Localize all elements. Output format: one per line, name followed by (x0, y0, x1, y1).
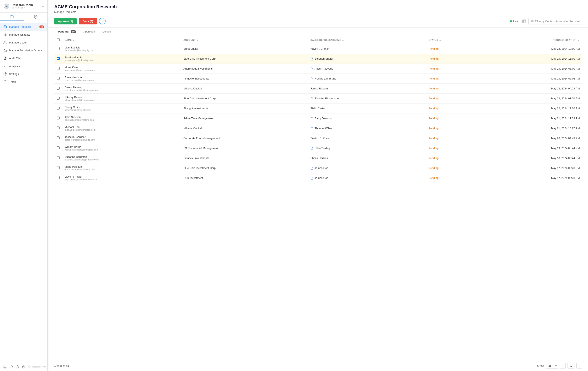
row-account: RCK Investment (181, 173, 308, 183)
sidebar-item-trash-label: Trash (9, 80, 16, 84)
row-requested-at: May 24, 2024 11:09 AM (480, 54, 582, 64)
sidebar-item-audit-trial[interactable]: Audit Trial (0, 54, 47, 62)
row-checkbox[interactable] (57, 97, 60, 100)
row-account: Pinnacle Investments (181, 153, 308, 163)
row-requested-at: May 23, 2024 04:23 PM (480, 84, 582, 94)
row-status: Pending (429, 117, 439, 120)
refresh-icon[interactable] (10, 365, 13, 369)
row-name: Ernest Heming (65, 86, 178, 89)
content-tabs: Pending 50 Approved Denied (48, 28, 588, 36)
row-checkbox[interactable] (57, 77, 60, 80)
row-email: william.harris@fscommercial.com (65, 148, 178, 151)
row-name: Nikolay Belous (65, 96, 178, 99)
sidebar-collapse-button[interactable]: « (42, 4, 44, 8)
row-account: FS Commercial Management (181, 143, 308, 153)
select-all-checkbox[interactable] (57, 38, 60, 41)
row-account: Millenia Capital (181, 84, 308, 94)
row-rep-name: Philip Carter (311, 107, 326, 110)
show-select-dropdown[interactable]: 25 50 100 (546, 363, 558, 369)
row-name: Jake Nickson (65, 116, 178, 119)
export-button[interactable] (522, 19, 526, 23)
page-prev-button[interactable]: ‹ (560, 363, 566, 369)
table-row: Nikolay Belous nikolay.belous@bluechip.c… (54, 94, 582, 104)
deny-button[interactable]: Deny (3) (79, 18, 97, 24)
pagination: Show: 25 50 100 ‹ 1 › (537, 363, 582, 369)
sidebar-item-manage-whitelist-label: Manage Whitelist (9, 33, 30, 36)
tab-approved[interactable]: Approved (80, 28, 99, 36)
logo-icon: RR (3, 3, 10, 10)
approve-button[interactable]: Approve (1) (54, 18, 77, 24)
power-icon[interactable] (22, 365, 25, 369)
table-row: Michael Dou michael.dou@milleniacap.com … (54, 123, 582, 133)
tab-pending[interactable]: Pending 50 (54, 28, 80, 36)
main-content: ACME Corporation Research Manage Request… (48, 0, 588, 371)
row-email: liamdaniels@burstequity.com (65, 49, 178, 52)
row-checkbox[interactable] (57, 47, 60, 50)
row-name: Jesse K. Gardner (65, 135, 178, 138)
tab-denied-label: Denied (103, 30, 111, 33)
row-checkbox[interactable] (57, 67, 60, 70)
sidebar-item-manage-requests-label: Manage Requests (9, 25, 31, 28)
filter-container (528, 18, 582, 24)
row-rep-name: Blanche Richardson (315, 97, 339, 100)
rep-icon (311, 127, 314, 130)
row-requested-at: May 17, 2024 05:28 PM (480, 173, 582, 183)
row-account: Pinnacle Investments (181, 74, 308, 84)
row-checkbox[interactable] (57, 176, 60, 179)
sidebar-item-trash[interactable]: Trash (0, 78, 47, 86)
row-name: Suzanne Bergman (65, 155, 178, 158)
row-email: mona.kane@andromeda.com (65, 69, 178, 71)
tab-denied[interactable]: Denied (99, 28, 115, 36)
row-account: Burst Equity (181, 44, 308, 54)
row-checkbox[interactable] (57, 117, 60, 119)
row-rep-cell: Thomas Wilson (311, 127, 424, 130)
add-button[interactable]: + (99, 18, 105, 24)
bar-chart-icon (3, 64, 7, 68)
page-next-button[interactable]: › (577, 363, 582, 369)
row-account: Blue Chip Investment Corp (181, 163, 308, 173)
row-rep-cell: James Goff (311, 166, 424, 170)
filter-input[interactable] (535, 20, 579, 23)
sidebar-item-manage-permission-groups[interactable]: Manage Permission Groups (0, 46, 47, 54)
help-icon[interactable] (16, 365, 19, 369)
row-status: Pending (429, 67, 439, 70)
row-checkbox[interactable] (57, 166, 60, 169)
row-checkbox[interactable] (57, 87, 60, 90)
sidebar-item-manage-requests[interactable]: Manage Requests 50 (0, 23, 47, 31)
row-rep-cell: Janice Roberts (311, 87, 424, 90)
row-email: cendy.smith@finsight.com (65, 109, 178, 111)
rep-icon (311, 97, 314, 100)
sidebar-item-settings[interactable]: Settings (0, 70, 47, 78)
table-row: Jake Nickson jake.nickson@primetime.com … (54, 114, 582, 123)
live-label: Live (513, 20, 518, 23)
svg-rect-22 (523, 20, 526, 23)
logo-sub-text: by FINSIGHT (11, 7, 33, 9)
live-indicator: Live (510, 20, 518, 23)
row-email: michael.dou@milleniacap.com (65, 128, 178, 131)
row-status: Pending (429, 157, 439, 160)
sidebar-item-manage-whitelist[interactable]: Manage Whitelist (0, 31, 47, 39)
row-rep-cell: Philip Carter (311, 107, 424, 110)
row-checkbox[interactable] (57, 156, 60, 159)
sidebar-nav: Manage Requests 50 Manage Whitelist Mana… (0, 21, 47, 362)
sidebar-tab-folder[interactable] (0, 13, 24, 21)
row-requested-at: May 24, 2024 07:01 AM (480, 74, 582, 84)
row-status: Pending (429, 47, 439, 50)
home-icon[interactable] (3, 365, 7, 369)
sidebar-tab-settings[interactable] (24, 13, 48, 21)
manage-requests-badge: 50 (39, 25, 44, 28)
row-checkbox[interactable] (57, 146, 60, 149)
table-row: Suzanne Bergman suzanne.bergman@pinnacle… (54, 153, 582, 163)
row-checkbox[interactable] (57, 57, 60, 60)
row-email: jessica.gacia@bluechip.com (65, 59, 178, 62)
table-container: NAME▲ ACCOUNT▲ SALES REPRESENTATIVE▲ STA… (48, 36, 588, 360)
row-checkbox[interactable] (57, 127, 60, 129)
row-name: Mona Kane (65, 66, 178, 69)
sidebar-item-manage-users[interactable]: Manage Users (0, 39, 47, 46)
sidebar-item-analytics[interactable]: Analytics (0, 62, 47, 70)
row-checkbox[interactable] (57, 107, 60, 109)
row-checkbox[interactable] (57, 137, 60, 139)
rep-icon (311, 166, 314, 170)
row-rep-cell: Ellen Yardley (311, 146, 424, 150)
svg-rect-11 (4, 50, 6, 52)
